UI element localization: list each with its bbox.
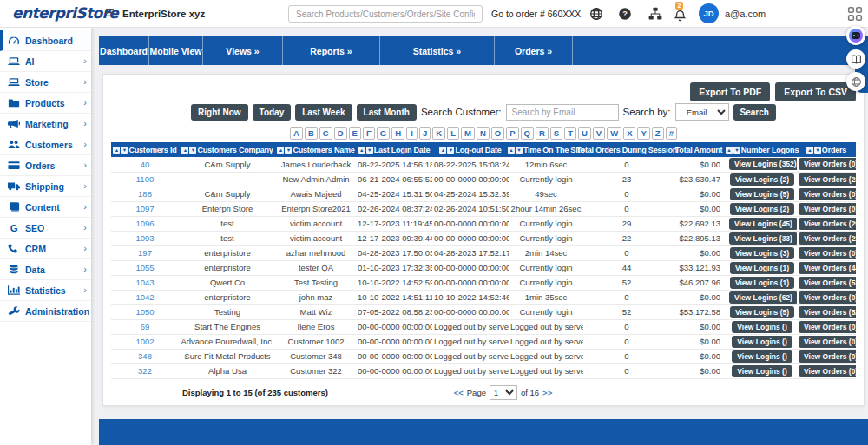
export-csv-button[interactable]: Export To CSV	[775, 82, 856, 101]
sort-desc-icon[interactable]: ▼	[447, 147, 454, 154]
prev-page-button[interactable]: <<	[454, 388, 464, 397]
alphabet-filter-V[interactable]: V	[593, 127, 605, 140]
sidebar-item-seo[interactable]: GSEO›	[0, 218, 91, 239]
sidebar-item-orders[interactable]: Orders›	[0, 155, 91, 176]
view-logins-button[interactable]: View Logins (45)	[729, 218, 797, 230]
customer-id-link[interactable]: 40	[141, 160, 150, 169]
view-orders-button[interactable]: View Orders (0)	[799, 158, 856, 170]
nav-tab-dashboard[interactable]: Dashboard	[99, 36, 149, 65]
global-search-input[interactable]	[288, 5, 483, 23]
column-header-customers-name[interactable]: ▲▼Customers Name	[276, 142, 356, 157]
view-orders-button[interactable]: View Orders (23)	[799, 173, 856, 186]
sort-asc-icon[interactable]: ▲	[806, 147, 813, 154]
sidebar-item-administration[interactable]: Administration	[0, 301, 91, 322]
column-header-number-logons[interactable]: ▲▼Number Logons	[727, 142, 797, 157]
sort-desc-icon[interactable]: ▼	[516, 147, 523, 154]
goto-order-link[interactable]: Go to order # 660XXX	[491, 9, 581, 19]
view-logins-button[interactable]: View Logins (2)	[730, 203, 794, 215]
alphabet-filter-W[interactable]: W	[607, 127, 621, 140]
view-logins-button[interactable]: View Logins ()	[732, 336, 792, 348]
language-globe-icon[interactable]	[589, 7, 603, 21]
filter-last-week-button[interactable]: Last Week	[295, 104, 352, 121]
filter-today-button[interactable]: Today	[253, 104, 292, 121]
view-orders-button[interactable]: View Orders (52)	[799, 277, 856, 289]
customer-id-link[interactable]: 1043	[135, 278, 154, 287]
sidebar-item-customers[interactable]: Customers›	[0, 134, 91, 155]
column-header-log-out-date[interactable]: ▲▼Log-out Date	[432, 142, 509, 157]
customer-id-link[interactable]: 188	[138, 189, 152, 199]
sidebar-item-shipping[interactable]: Shipping›	[0, 176, 91, 197]
alphabet-filter-U[interactable]: U	[578, 127, 591, 140]
alphabet-filter-P[interactable]: P	[506, 127, 518, 140]
sidebar-item-marketing[interactable]: Marketing›	[0, 114, 91, 134]
view-orders-button[interactable]: View Orders (0)	[799, 203, 856, 215]
hamburger-menu-icon[interactable]: ☰	[105, 7, 115, 19]
avatar[interactable]: JD	[699, 3, 719, 23]
export-pdf-button[interactable]: Export To PDF	[690, 82, 770, 101]
alphabet-filter-X[interactable]: X	[623, 127, 635, 140]
sort-desc-icon[interactable]: ▼	[285, 147, 292, 154]
nav-tab-mobile-view[interactable]: Mobile View	[149, 36, 203, 65]
column-header-time-on-the-site[interactable]: ▲▼Time On The Site	[509, 142, 583, 157]
apps-grid-icon[interactable]	[847, 6, 863, 22]
sort-desc-icon[interactable]: ▼	[366, 147, 373, 154]
alphabet-filter-B[interactable]: B	[305, 127, 318, 140]
filter-last-month-button[interactable]: Last Month	[357, 104, 417, 121]
customer-id-link[interactable]: 1042	[135, 292, 154, 302]
alphabet-filter-M[interactable]: M	[461, 127, 475, 140]
customer-id-link[interactable]: 322	[138, 366, 152, 376]
view-logins-button[interactable]: View Logins ()	[732, 365, 792, 377]
alphabet-filter-G[interactable]: G	[377, 127, 390, 140]
view-logins-button[interactable]: View Logins ()	[732, 350, 792, 363]
customer-id-link[interactable]: 69	[141, 322, 150, 331]
sort-asc-icon[interactable]: ▲	[113, 147, 120, 154]
view-logins-button[interactable]: View Logins ()	[732, 321, 792, 333]
sidebar-item-ai[interactable]: AI›	[0, 51, 91, 72]
view-orders-button[interactable]: View Orders (0)	[799, 188, 856, 200]
sort-desc-icon[interactable]: ▼	[121, 147, 128, 154]
view-orders-button[interactable]: View Orders (52)	[799, 306, 856, 318]
alphabet-filter-K[interactable]: K	[432, 127, 445, 140]
search-button[interactable]: Search	[733, 104, 776, 121]
sidebar-item-data[interactable]: Data›	[0, 259, 91, 280]
alphabet-filter-E[interactable]: E	[349, 127, 361, 140]
view-orders-button[interactable]: View Orders (0)	[799, 336, 856, 348]
view-orders-button[interactable]: View Orders (0)	[799, 350, 856, 363]
alphabet-filter-I[interactable]: I	[406, 127, 418, 140]
sidebar-item-content[interactable]: Content›	[0, 197, 91, 218]
sort-asc-icon[interactable]: ▲	[726, 147, 733, 154]
view-orders-button[interactable]: View Orders (0)	[799, 291, 856, 304]
customer-id-link[interactable]: 1096	[135, 219, 154, 228]
sort-asc-icon[interactable]: ▲	[358, 147, 365, 154]
view-logins-button[interactable]: View Logins (1)	[730, 262, 794, 274]
sort-desc-icon[interactable]: ▼	[814, 147, 821, 154]
alphabet-filter-#[interactable]: #	[666, 127, 677, 140]
sort-asc-icon[interactable]: ▲	[508, 147, 515, 154]
search-by-select[interactable]: Email	[675, 103, 729, 121]
view-orders-button[interactable]: View Orders (0)	[799, 365, 856, 377]
ai-assistant-button[interactable]	[846, 26, 865, 45]
sort-desc-icon[interactable]: ▼	[733, 147, 740, 154]
page-select[interactable]: 1	[490, 385, 517, 400]
alphabet-filter-O[interactable]: O	[491, 127, 504, 140]
customer-id-link[interactable]: 197	[138, 248, 152, 258]
filter-right-now-button[interactable]: Right Now	[191, 104, 247, 121]
column-header-orders[interactable]: ▲▼Orders	[797, 142, 856, 157]
sitemap-icon[interactable]	[648, 7, 662, 21]
alphabet-filter-F[interactable]: F	[363, 127, 375, 140]
view-orders-button[interactable]: View Orders (44)	[799, 262, 856, 274]
sort-asc-icon[interactable]: ▲	[181, 147, 188, 154]
view-orders-button[interactable]: View Orders (0)	[799, 321, 856, 333]
view-logins-button[interactable]: View Logins (1)	[730, 277, 794, 289]
alphabet-filter-Q[interactable]: Q	[521, 127, 534, 140]
help-icon[interactable]: ?	[618, 7, 632, 21]
sidebar-item-products[interactable]: Products›	[0, 93, 91, 114]
view-logins-button[interactable]: View Logins (5)	[730, 306, 794, 318]
customer-id-link[interactable]: 1100	[136, 174, 154, 184]
alphabet-filter-J[interactable]: J	[419, 127, 431, 140]
sidebar-item-statistics[interactable]: Statistics›	[0, 280, 91, 301]
view-logins-button[interactable]: View Logins (352)	[729, 158, 797, 170]
column-header-customers-company[interactable]: ▲▼Customers Company	[179, 142, 276, 157]
sidebar-item-dashboard[interactable]: Dashboard	[0, 30, 91, 51]
alphabet-filter-H[interactable]: H	[391, 127, 404, 140]
